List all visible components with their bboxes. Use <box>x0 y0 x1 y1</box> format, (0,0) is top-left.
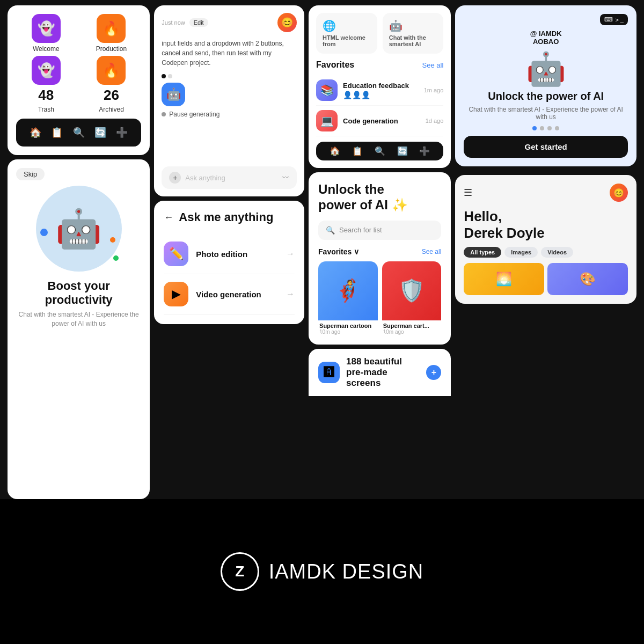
robot-pagination-dots <box>532 126 559 130</box>
get-started-button[interactable]: Get started <box>464 136 628 158</box>
ai-fav-label: Favorites <box>318 247 352 256</box>
chat-time: Just now <box>162 19 185 26</box>
archived-icon: 🔥 <box>97 56 126 85</box>
ask-item-video[interactable]: ▶ Video generation → <box>164 274 295 314</box>
captain-img: 🛡️ <box>382 261 442 320</box>
html-icon: 🌐 <box>323 19 371 32</box>
chat-card: Just now Edit 😊 input fields and a dropd… <box>154 5 304 196</box>
robot-dot-3 <box>547 126 552 130</box>
tag-videos[interactable]: Videos <box>541 247 573 258</box>
column-3: 🌐 HTML welcome from 🤖 Chat with the smar… <box>309 5 451 499</box>
fav-refresh-icon[interactable]: 🔄 <box>397 146 408 156</box>
fav-item-education[interactable]: 📚 Education feedback 👤👤👤 1m ago <box>316 75 443 106</box>
production-label: Production <box>96 45 127 53</box>
banner-icon: 🅰 <box>318 362 340 383</box>
banner-plus-icon[interactable]: + <box>426 365 441 380</box>
code-name: Code generation <box>343 117 420 125</box>
app-grid-card: 👻 Welcome 🔥 Production 👻 48 Trash <box>8 5 150 155</box>
robot-desc: Chat with the smartest AI - Experience t… <box>464 106 628 121</box>
chat-message-content: input fields and a dropdown with 2 butto… <box>162 39 297 68</box>
ai-chat-label: Chat with the smartest AI <box>389 34 437 47</box>
derek-menu-icon[interactable]: ☰ <box>464 187 472 199</box>
chat-space <box>162 123 297 166</box>
search-icon: 🔍 <box>326 226 335 235</box>
ai-chat-icon: 🤖 <box>389 19 437 32</box>
code-info: Code generation <box>343 117 420 125</box>
captain-label: Superman cart... <box>382 323 442 329</box>
chat-dots <box>162 74 297 78</box>
column-4: ⌨ > _ @ IAMDKAOBAO 🤖 Unlock the power of… <box>455 5 636 499</box>
trash-label: Trash <box>38 106 54 113</box>
chat-bot-icon: 🤖 <box>162 83 185 106</box>
fav-toolbar: 🏠 📋 🔍 🔄 ➕ <box>316 142 443 160</box>
chat-wave-icon: 〰 <box>282 173 289 182</box>
fav-see-all[interactable]: See all <box>422 61 444 69</box>
ai-search-input[interactable]: Search for list <box>339 226 382 234</box>
ai-search-card: Unlock thepower of AI ✨ 🔍 Search for lis… <box>309 172 451 345</box>
ask-back-button[interactable]: ← <box>164 212 173 223</box>
app-grid-row-2: 👻 48 Trash 🔥 26 Archived <box>16 56 141 113</box>
ai-fav-see-all[interactable]: See all <box>422 248 442 255</box>
skip-button[interactable]: Skip <box>16 168 45 180</box>
premade-banner[interactable]: 🅰 188 beautiful pre-made screens + <box>309 349 451 396</box>
video-generation-label: Video generation <box>196 290 279 299</box>
tag-images[interactable]: Images <box>504 247 538 258</box>
fav-home-icon[interactable]: 🏠 <box>330 146 340 156</box>
code-icon: 💻 <box>316 110 338 131</box>
derek-avatar: 😊 <box>610 184 628 202</box>
fav-item-code[interactable]: 💻 Code generation 1d ago <box>316 106 443 136</box>
productivity-title: Boost your productivity <box>16 279 141 307</box>
toolbar-refresh-icon[interactable]: 🔄 <box>92 124 109 141</box>
toolbar-search-icon[interactable]: 🔍 <box>70 124 87 141</box>
fav-quick-row: 🌐 HTML welcome from 🤖 Chat with the smar… <box>316 13 443 54</box>
ai-fav-title: Favorites ∨ <box>318 247 359 256</box>
tag-all-types[interactable]: All types <box>464 247 501 258</box>
fav-quick-ai[interactable]: 🤖 Chat with the smartest AI <box>383 13 444 54</box>
app-archived[interactable]: 🔥 26 Archived <box>82 56 142 113</box>
ask-item-photo[interactable]: ✏️ Photo edition → <box>164 234 295 274</box>
chat-dot-1 <box>162 74 166 78</box>
fav-notes-icon[interactable]: 📋 <box>352 146 363 156</box>
ai-image-grid: 🦸 Superman cartoon 10m ago 🛡️ Superman c… <box>318 261 441 335</box>
video-generation-icon: ▶ <box>164 282 188 306</box>
archived-number: 26 <box>104 87 119 104</box>
fav-add-icon[interactable]: ➕ <box>419 146 430 156</box>
ask-card: ← Ask me anything ✏️ Photo edition → ▶ V… <box>154 201 304 324</box>
favorites-card: 🌐 HTML welcome from 🤖 Chat with the smar… <box>309 5 451 168</box>
photo-edition-label: Photo edition <box>196 250 279 259</box>
welcome-icon: 👻 <box>32 14 61 43</box>
robot-illustration: 🤖 <box>36 186 122 272</box>
column-2: Just now Edit 😊 input fields and a dropd… <box>154 5 304 499</box>
robot-dot-4 <box>555 126 559 130</box>
robot-big-icon: 🤖 <box>526 50 566 88</box>
decoration-dot-green <box>113 255 119 261</box>
toolbar-notes-icon[interactable]: 📋 <box>48 124 65 141</box>
robot-emoji: 🤖 <box>55 207 102 251</box>
ai-img-superman[interactable]: 🦸 Superman cartoon 10m ago <box>318 261 378 335</box>
chat-plus-icon[interactable]: + <box>169 172 181 184</box>
fav-quick-html[interactable]: 🌐 HTML welcome from <box>316 13 377 54</box>
app-production[interactable]: 🔥 Production <box>82 14 142 53</box>
code-time: 1d ago <box>426 118 444 124</box>
chat-placeholder[interactable]: Ask anything <box>185 174 277 182</box>
html-label: HTML welcome from <box>323 34 371 47</box>
ai-img-captain[interactable]: 🛡️ Superman cart... 10m ago <box>382 261 442 335</box>
brand-logo-letter: Z <box>235 563 244 580</box>
chat-input-bar[interactable]: + Ask anything 〰 <box>162 166 297 189</box>
superman-label: Superman cartoon <box>318 323 378 329</box>
app-welcome[interactable]: 👻 Welcome <box>16 14 76 53</box>
column-1: 👻 Welcome 🔥 Production 👻 48 Trash <box>8 5 150 499</box>
col3-inner: 🌐 HTML welcome from 🤖 Chat with the smar… <box>309 5 451 499</box>
fav-search-icon[interactable]: 🔍 <box>375 146 385 156</box>
main-area: 👻 Welcome 🔥 Production 👻 48 Trash <box>0 0 644 499</box>
education-name: Education feedback <box>343 82 419 90</box>
toolbar-add-icon[interactable]: ➕ <box>113 124 130 141</box>
chat-edit-button[interactable]: Edit <box>189 18 208 27</box>
ai-search-bar[interactable]: 🔍 Search for list <box>318 221 441 240</box>
video-generation-arrow: → <box>286 289 295 299</box>
app-trash[interactable]: 👻 48 Trash <box>16 56 76 113</box>
derek-img-1: 🌅 <box>464 263 544 295</box>
pause-generating-button[interactable]: Pause generating <box>162 111 297 118</box>
robot-card: ⌨ > _ @ IAMDKAOBAO 🤖 Unlock the power of… <box>455 5 636 166</box>
toolbar-home-icon[interactable]: 🏠 <box>27 124 44 141</box>
